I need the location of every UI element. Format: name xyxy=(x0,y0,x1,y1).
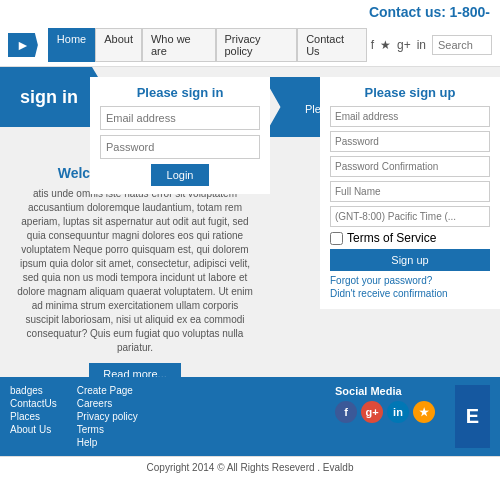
footer-linkedin-icon[interactable]: in xyxy=(387,401,409,423)
footer-link-aboutus[interactable]: About Us xyxy=(10,424,57,435)
signup-button[interactable]: Sign up xyxy=(330,249,490,271)
footer-rss-icon[interactable]: ★ xyxy=(413,401,435,423)
signup-fullname[interactable] xyxy=(330,181,490,202)
signup-form-links: Forgot your password? Didn't receive con… xyxy=(330,275,490,299)
signup-title: Please sign up xyxy=(330,85,490,100)
signup-timezone[interactable] xyxy=(330,206,490,227)
footer-brand-letter: E xyxy=(455,385,490,448)
nav-home[interactable]: Home xyxy=(48,28,95,62)
footer-link-contactus[interactable]: ContactUs xyxy=(10,398,57,409)
nav-social: f ★ g+ in xyxy=(371,35,492,55)
footer-col-1: badges ContactUs Places About Us xyxy=(10,385,57,448)
contact-label: Contact us: xyxy=(369,4,446,20)
signin-title: Please sign in xyxy=(100,85,260,100)
signup-password[interactable] xyxy=(330,131,490,152)
main-area: sign in Please sign in Login Please sign… xyxy=(0,67,500,377)
footer-col-2: Create Page Careers Privacy policy Terms… xyxy=(77,385,138,448)
nav-contact[interactable]: Contact Us xyxy=(297,28,367,62)
signin-form: Please sign in Login xyxy=(90,77,270,194)
facebook-icon[interactable]: f xyxy=(371,38,374,52)
signin-email[interactable] xyxy=(100,106,260,130)
forgot-password-link[interactable]: Forgot your password? xyxy=(330,275,490,286)
navbar: ► Home About Who we are Privacy policy C… xyxy=(0,24,500,67)
nav-privacy[interactable]: Privacy policy xyxy=(216,28,298,62)
footer-bottom: Copyright 2014 © All Rights Reseverd . E… xyxy=(0,456,500,478)
footer-googleplus-icon[interactable]: g+ xyxy=(361,401,383,423)
terms-row: Terms of Service xyxy=(330,231,490,245)
welcome-text: atis unde omnis iste natus error sit vol… xyxy=(15,187,255,355)
copyright-text: Copyright 2014 © All Rights Reseverd . E… xyxy=(147,462,354,473)
nav-links: Home About Who we are Privacy policy Con… xyxy=(48,28,367,62)
social-icons: f g+ in ★ xyxy=(335,401,435,423)
footer-top: badges ContactUs Places About Us Create … xyxy=(0,377,500,456)
footer-link-help[interactable]: Help xyxy=(77,437,138,448)
terms-label: Terms of Service xyxy=(347,231,436,245)
footer-social: Social Media f g+ in ★ xyxy=(335,385,435,448)
read-more-button[interactable]: Read more... xyxy=(89,363,181,377)
signup-form: Please sign up Terms of Service Sign up … xyxy=(320,77,500,309)
footer-social-title: Social Media xyxy=(335,385,435,397)
login-button[interactable]: Login xyxy=(151,164,210,186)
top-bar: Contact us: 1-800- xyxy=(0,0,500,24)
footer-link-careers[interactable]: Careers xyxy=(77,398,138,409)
nav-logo: ► xyxy=(8,33,38,57)
linkedin-icon[interactable]: in xyxy=(417,38,426,52)
googleplus-icon[interactable]: g+ xyxy=(397,38,411,52)
signin-password[interactable] xyxy=(100,135,260,159)
contact-number: 1-800- xyxy=(450,4,490,20)
terms-checkbox[interactable] xyxy=(330,232,343,245)
signup-email[interactable] xyxy=(330,106,490,127)
footer-link-terms[interactable]: Terms xyxy=(77,424,138,435)
footer-link-createpage[interactable]: Create Page xyxy=(77,385,138,396)
signup-password-confirm[interactable] xyxy=(330,156,490,177)
footer-facebook-icon[interactable]: f xyxy=(335,401,357,423)
footer-link-places[interactable]: Places xyxy=(10,411,57,422)
rss-icon[interactable]: ★ xyxy=(380,38,391,52)
nav-who-we-are[interactable]: Who we are xyxy=(142,28,216,62)
resend-confirmation-link[interactable]: Didn't receive confirmation xyxy=(330,288,490,299)
footer-link-badges[interactable]: badges xyxy=(10,385,57,396)
nav-about[interactable]: About xyxy=(95,28,142,62)
signin-arrow-label: sign in xyxy=(20,87,78,108)
footer-link-privacy[interactable]: Privacy policy xyxy=(77,411,138,422)
search-input[interactable] xyxy=(432,35,492,55)
